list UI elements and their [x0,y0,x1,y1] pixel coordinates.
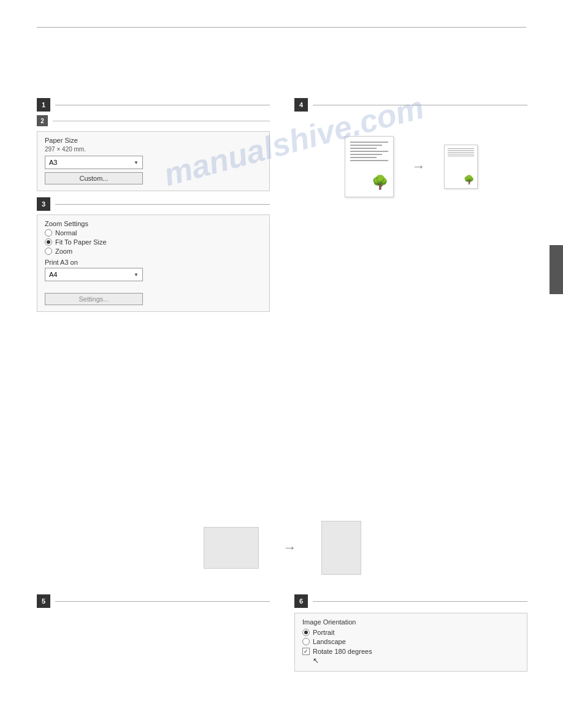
paper-size-title: Paper Size [45,137,262,144]
print-on-select-arrow: ▼ [134,272,139,278]
section-4-header: 4 [294,98,527,112]
orient-radio-portrait[interactable]: Portrait [302,629,519,636]
doc-page-large: 🌳 [345,136,394,197]
paper-size-select-value: A3 [49,159,57,166]
bottom-left: 5 [37,594,270,612]
section-3-header: 3 [37,197,270,211]
doc-line-3 [350,148,377,149]
orient-radio-portrait-circle [302,629,310,636]
paper-size-panel: Paper Size 297 × 420 mm. A3 ▼ Custom... [37,131,270,191]
section-4-number: 4 [294,98,308,112]
right-column: 4 🌳 → [294,98,527,197]
section-5-header: 5 [37,594,270,608]
print-on-select-value: A4 [49,271,57,278]
cursor-arrow-icon: ↖ [313,656,319,665]
image-orientation-panel: Image Orientation Portrait Landscape ✓ R… [294,613,527,672]
doc-line-1 [350,142,388,143]
zoom-radio-zoom-label: Zoom [55,248,72,255]
section-1-number: 1 [37,98,50,112]
orient-radio-landscape-circle [302,638,310,645]
rect-portrait [321,521,361,575]
section-6-header: 6 [294,594,527,608]
tree-icon-small: 🌳 [464,175,474,184]
zoom-panel: Zoom Settings Normal Fit To Paper Size Z… [37,214,270,312]
doc-line-small-5 [448,156,474,156]
doc-line-4 [350,151,388,152]
top-divider [37,27,526,28]
doc-page-small: 🌳 [444,145,478,189]
orient-radio-landscape[interactable]: Landscape [302,638,519,645]
zoom-radio-fit[interactable]: Fit To Paper Size [45,238,262,246]
doc-line-small-1 [448,148,474,149]
orient-title: Image Orientation [302,618,519,626]
section-1-title-line [55,105,270,105]
zoom-panel-title: Zoom Settings [45,220,262,227]
paper-size-select-row: A3 ▼ [45,156,262,169]
right-side-panel [550,245,563,294]
section-1-header: 1 [37,98,270,112]
custom-button[interactable]: Custom... [45,172,143,184]
orient-radio-portrait-label: Portrait [313,629,334,636]
orient-radio-landscape-label: Landscape [313,638,346,645]
section-3-number: 3 [37,197,50,211]
doc-line-5 [350,154,383,155]
zoom-radio-normal-label: Normal [55,229,77,237]
doc-line-2 [350,145,383,146]
doc-line-6 [350,157,377,158]
doc-line-small-4 [448,154,474,154]
doc-line-small-3 [448,152,474,153]
section-5-title-line [55,601,270,602]
zoom-radio-fit-circle [45,238,52,246]
cursor-indicator: ↖ [313,656,519,665]
rotate-180-checkbox[interactable]: ✓ [302,648,310,655]
zoom-radio-zoom[interactable]: Zoom [45,248,262,255]
doc-lines-small [448,148,474,157]
rotate-180-label: Rotate 180 degrees [313,648,372,655]
tree-icon-large: 🌳 [372,175,388,191]
paper-size-select[interactable]: A3 ▼ [45,156,143,169]
subsection-2-header: 2 [37,115,270,126]
doc-lines-large [350,142,388,163]
doc-line-small-2 [448,150,474,151]
page: manualshive.com 1 2 Paper Size 297 × 420… [0,0,563,728]
section-5-number: 5 [37,594,50,608]
section-3-title-line [55,204,270,205]
paper-size-subtitle: 297 × 420 mm. [45,146,262,153]
doc-preview-area: 🌳 → 🌳 [294,136,527,197]
subsection-2-title-line [53,121,270,121]
print-on-select-row: A4 ▼ [45,268,262,281]
rotate-180-checkbox-row[interactable]: ✓ Rotate 180 degrees [302,648,519,655]
doc-preview-arrow: → [412,159,426,175]
rect-arrow: → [283,540,297,556]
section-6-number: 6 [294,594,308,608]
doc-line-7 [350,160,388,161]
rect-preview-area: → [159,521,405,575]
paper-size-select-arrow: ▼ [134,160,139,165]
zoom-radio-fit-label: Fit To Paper Size [55,238,107,246]
rect-landscape [204,527,259,569]
zoom-radio-normal[interactable]: Normal [45,229,262,237]
section-4-title-line [313,105,527,105]
left-column: 1 2 Paper Size 297 × 420 mm. A3 ▼ Custom… [37,98,270,312]
subsection-2-number: 2 [37,115,48,126]
zoom-radio-group: Normal Fit To Paper Size Zoom [45,229,262,255]
bottom-right: 6 Image Orientation Portrait Landscape ✓… [294,594,527,672]
print-on-label: Print A3 on [45,259,262,266]
section-6-title-line [313,601,527,602]
settings-button[interactable]: Settings... [45,293,143,305]
zoom-radio-normal-circle [45,229,52,237]
print-on-select[interactable]: A4 ▼ [45,268,143,281]
zoom-radio-zoom-circle [45,248,52,255]
